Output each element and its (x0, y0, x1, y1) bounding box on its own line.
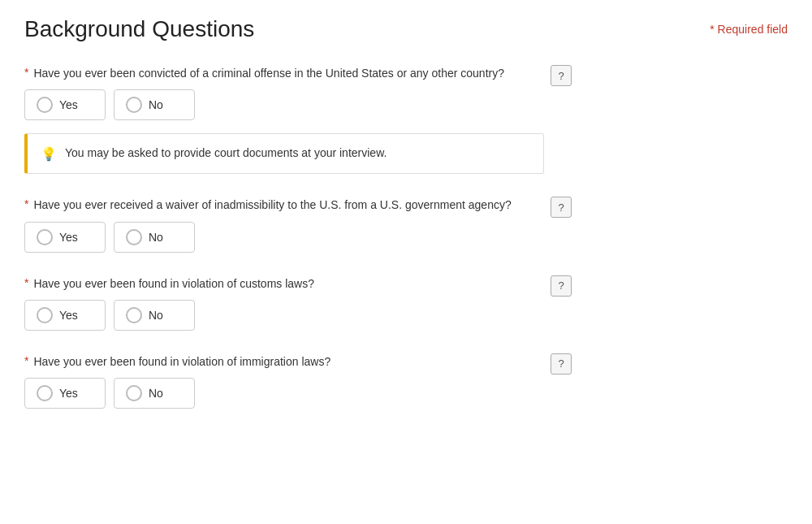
radio-circle-yes-1 (37, 97, 53, 113)
radio-option-no-1[interactable]: No (114, 89, 195, 120)
radio-label-yes-2: Yes (59, 231, 78, 244)
radio-option-yes-4[interactable]: Yes (24, 378, 106, 409)
radio-circle-no-3 (126, 307, 142, 323)
radio-group-2: YesNo (24, 222, 544, 253)
question-text-2: Have you ever received a waiver of inadm… (33, 197, 511, 213)
info-box: 💡You may be asked to provide court docum… (24, 133, 544, 174)
radio-option-no-2[interactable]: No (114, 222, 195, 253)
question-block-3: *Have you ever been found in violation o… (24, 275, 788, 331)
question-block-4: *Have you ever been found in violation o… (24, 353, 788, 409)
radio-label-no-2: No (149, 231, 163, 244)
radio-option-no-4[interactable]: No (114, 378, 195, 409)
required-star-2: * (24, 197, 28, 213)
radio-option-yes-1[interactable]: Yes (24, 89, 106, 120)
page-title: Background Questions (24, 16, 254, 42)
required-star-4: * (24, 353, 28, 370)
question-content-1: *Have you ever been convicted of a crimi… (24, 65, 544, 120)
question-label-2: *Have you ever received a waiver of inad… (24, 197, 528, 213)
question-row-3: *Have you ever been found in violation o… (24, 275, 788, 331)
radio-circle-yes-2 (37, 229, 53, 245)
required-star-1: * (24, 65, 28, 81)
question-content-4: *Have you ever been found in violation o… (24, 353, 544, 409)
question-row-4: *Have you ever been found in violation o… (24, 353, 788, 409)
required-star-3: * (24, 275, 28, 292)
question-text-4: Have you ever been found in violation of… (33, 353, 330, 370)
radio-option-yes-2[interactable]: Yes (24, 222, 106, 253)
radio-label-no-4: No (149, 387, 163, 400)
radio-option-no-3[interactable]: No (114, 300, 195, 331)
radio-label-yes-1: Yes (59, 98, 78, 111)
required-notice: * Required field (710, 23, 788, 36)
radio-label-no-3: No (149, 309, 163, 322)
help-button-3[interactable]: ? (551, 275, 572, 297)
radio-circle-yes-4 (37, 385, 53, 401)
radio-group-1: YesNo (24, 89, 544, 120)
radio-label-no-1: No (149, 98, 163, 111)
question-label-4: *Have you ever been found in violation o… (24, 353, 528, 370)
radio-group-3: YesNo (24, 300, 544, 331)
question-content-3: *Have you ever been found in violation o… (24, 275, 544, 331)
question-row-2: *Have you ever received a waiver of inad… (24, 197, 788, 252)
page-header: Background Questions * Required field (24, 16, 788, 42)
radio-circle-yes-3 (37, 307, 53, 323)
question-block-2: *Have you ever received a waiver of inad… (24, 197, 788, 252)
questions-container: *Have you ever been convicted of a crimi… (24, 65, 788, 409)
question-content-2: *Have you ever received a waiver of inad… (24, 197, 544, 252)
question-label-1: *Have you ever been convicted of a crimi… (24, 65, 528, 81)
radio-option-yes-3[interactable]: Yes (24, 300, 106, 331)
help-button-1[interactable]: ? (551, 65, 572, 86)
radio-circle-no-2 (126, 229, 142, 245)
question-block-1: *Have you ever been convicted of a crimi… (24, 65, 788, 174)
question-row-1: *Have you ever been convicted of a crimi… (24, 65, 788, 120)
help-button-4[interactable]: ? (551, 353, 572, 375)
question-text-3: Have you ever been found in violation of… (33, 275, 314, 292)
help-button-2[interactable]: ? (551, 197, 572, 218)
question-label-3: *Have you ever been found in violation o… (24, 275, 528, 292)
radio-label-yes-4: Yes (59, 387, 78, 400)
radio-circle-no-1 (126, 97, 142, 113)
question-text-1: Have you ever been convicted of a crimin… (33, 65, 504, 81)
radio-label-yes-3: Yes (59, 309, 78, 322)
radio-group-4: YesNo (24, 378, 544, 409)
radio-circle-no-4 (126, 385, 142, 401)
lightbulb-icon: 💡 (41, 146, 57, 162)
info-box-text: You may be asked to provide court docume… (65, 145, 387, 162)
